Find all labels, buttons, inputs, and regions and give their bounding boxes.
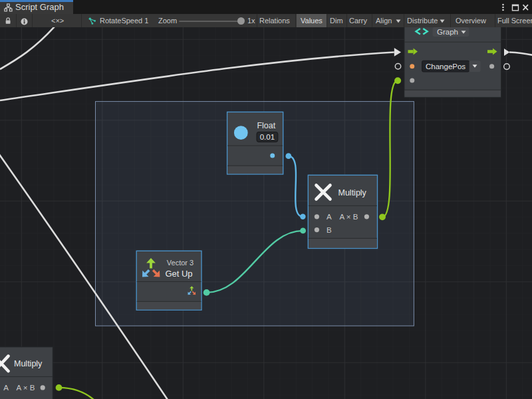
svg-text:Vector 3: Vector 3 bbox=[167, 259, 194, 267]
svg-text:B: B bbox=[327, 226, 332, 234]
svg-text:Multiply: Multiply bbox=[338, 188, 367, 198]
svg-text:0.01: 0.01 bbox=[260, 133, 275, 141]
svg-text:Float: Float bbox=[257, 121, 275, 130]
svg-text:Get Up: Get Up bbox=[165, 269, 192, 279]
svg-text:A × B: A × B bbox=[17, 384, 35, 392]
svg-text:ChangePos: ChangePos bbox=[426, 63, 466, 70]
svg-text:Graph: Graph bbox=[437, 28, 458, 36]
svg-text:A × B: A × B bbox=[340, 213, 358, 221]
svg-text:A: A bbox=[3, 384, 9, 392]
svg-text:Multiply: Multiply bbox=[14, 359, 43, 368]
svg-text:A: A bbox=[327, 213, 332, 221]
